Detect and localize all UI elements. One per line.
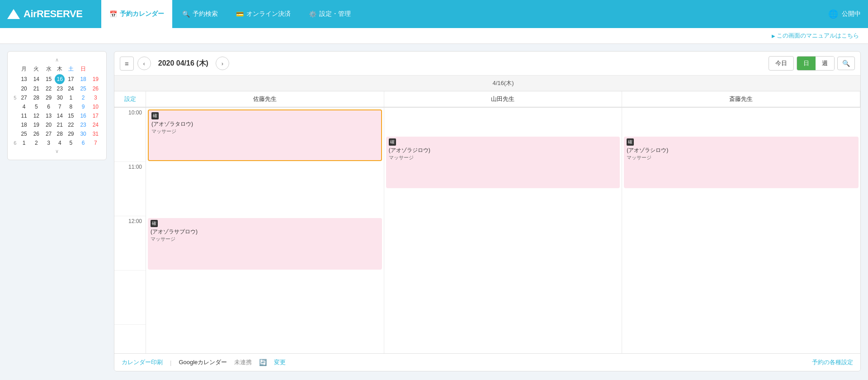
change-link[interactable]: 変更 xyxy=(274,358,286,366)
mini-cal-day[interactable]: 24 xyxy=(90,120,102,129)
logo: AirRESERVE xyxy=(7,8,98,20)
nav-tab-settings[interactable]: ⚙️ 設定・管理 xyxy=(301,0,359,28)
main-layout: ∧ 月 火 水 木 土 日 13141516171819202122232425… xyxy=(0,44,868,379)
mini-cal-day[interactable]: 1 xyxy=(18,138,30,147)
print-link[interactable]: カレンダー印刷 xyxy=(122,358,163,366)
mini-cal-day[interactable]: 27 xyxy=(18,93,30,102)
mini-cal-up-arrow[interactable]: ∧ xyxy=(12,56,102,64)
mini-cal-day[interactable]: 29 xyxy=(65,129,77,138)
mini-cal-day[interactable]: 27 xyxy=(42,129,55,138)
mini-cal-day[interactable]: 1 xyxy=(65,93,77,102)
header-status: 🌐 公開中 xyxy=(828,9,861,19)
mini-cal-day[interactable]: 24 xyxy=(65,84,77,93)
mini-cal-day[interactable]: 26 xyxy=(30,129,42,138)
mini-cal-week-num xyxy=(12,102,18,111)
prev-button[interactable]: ‹ xyxy=(137,57,151,70)
mini-cal-day[interactable]: 15 xyxy=(65,111,77,120)
menu-button[interactable]: ≡ xyxy=(120,57,134,71)
mini-cal-day[interactable]: 28 xyxy=(30,93,42,102)
staff-sato: 佐藤先生 xyxy=(146,91,384,107)
mini-cal-day[interactable]: 2 xyxy=(30,138,42,147)
mini-cal-day[interactable]: 25 xyxy=(18,129,30,138)
confirmed-badge: 確 xyxy=(389,138,396,146)
mini-cal-day[interactable]: 10 xyxy=(90,102,102,111)
mini-cal-day[interactable]: 20 xyxy=(18,84,30,93)
mini-cal-day[interactable]: 14 xyxy=(30,74,42,84)
mini-cal-day[interactable]: 11 xyxy=(18,111,30,120)
mini-cal-day[interactable]: 17 xyxy=(90,111,102,120)
mini-cal-day[interactable]: 5 xyxy=(65,138,77,147)
mini-cal-day[interactable]: 18 xyxy=(18,120,30,129)
publish-status: 公開中 xyxy=(842,10,861,18)
mini-cal-day[interactable]: 18 xyxy=(77,74,89,84)
appointment-aozora-saburo[interactable]: 確 (アオゾラサブロウ) マッサージ xyxy=(148,218,382,270)
nav-tab-search[interactable]: 🔍 予約検索 xyxy=(174,0,226,28)
mini-cal-day[interactable]: 13 xyxy=(42,111,55,120)
mini-cal-day[interactable]: 30 xyxy=(55,93,65,102)
mini-cal-day[interactable]: 16 xyxy=(77,111,89,120)
next-button[interactable]: › xyxy=(216,57,229,70)
mini-cal-day[interactable]: 3 xyxy=(42,138,55,147)
calendar-body: 10:00 11:00 12:00 確 (アオゾラタロウ) マッサージ xyxy=(114,108,860,353)
mini-cal-day[interactable]: 26 xyxy=(90,84,102,93)
date-display: 2020 04/16 (木) xyxy=(158,59,208,68)
today-button[interactable]: 今日 xyxy=(769,56,794,71)
manual-link[interactable]: この画面のマニュアルはこちら xyxy=(772,32,859,39)
mini-cal-day[interactable]: 7 xyxy=(90,138,102,147)
mini-cal-table: 月 火 水 木 土 日 1314151617181920212223242526… xyxy=(12,64,102,147)
mini-cal-sat: 土 xyxy=(65,64,77,74)
mini-cal-day[interactable]: 22 xyxy=(42,84,55,93)
mini-cal-day[interactable]: 23 xyxy=(77,120,89,129)
mini-cal-day[interactable]: 31 xyxy=(90,129,102,138)
mini-cal-day[interactable]: 15 xyxy=(42,74,55,84)
appointment-aozora-jiro[interactable]: 確 (アオゾラジロウ) マッサージ xyxy=(386,137,620,188)
mini-cal-day[interactable]: 22 xyxy=(65,120,77,129)
mini-cal-day[interactable]: 21 xyxy=(55,120,65,129)
mini-cal-thu: 木 xyxy=(55,64,65,74)
mini-cal-down-arrow[interactable]: ∨ xyxy=(12,147,102,155)
mini-cal-day[interactable]: 21 xyxy=(30,84,42,93)
mini-cal-day[interactable]: 6 xyxy=(77,138,89,147)
app-header: AirRESERVE 📅 予約カレンダー 🔍 予約検索 💳 オンライン決済 ⚙️… xyxy=(0,0,868,28)
staff-setting[interactable]: 設定 xyxy=(114,91,146,107)
nav-tab-calendar[interactable]: 📅 予約カレンダー xyxy=(101,0,172,28)
nav-payment-label: オンライン決済 xyxy=(246,10,291,18)
nav-tab-payment[interactable]: 💳 オンライン決済 xyxy=(228,0,299,28)
mini-cal-day[interactable]: 8 xyxy=(65,102,77,111)
mini-cal-day[interactable]: 4 xyxy=(55,138,65,147)
mini-cal-day[interactable]: 6 xyxy=(42,102,55,111)
mini-cal-day[interactable]: 17 xyxy=(65,74,77,84)
mini-cal-day[interactable]: 14 xyxy=(55,111,65,120)
mini-cal-day[interactable]: 29 xyxy=(42,93,55,102)
date-header-main: 4/16(木) xyxy=(146,79,860,87)
mini-cal-day[interactable]: 19 xyxy=(90,74,102,84)
mini-cal-day[interactable]: 16 xyxy=(55,74,65,84)
calendar-search-button[interactable]: 🔍 xyxy=(837,57,855,70)
day-view-button[interactable]: 日 xyxy=(797,57,816,70)
nav-settings-label: 設定・管理 xyxy=(319,10,351,18)
week-view-button[interactable]: 週 xyxy=(816,57,834,70)
mini-cal-day[interactable]: 13 xyxy=(18,74,30,84)
time-slot-11: 11:00 xyxy=(114,162,146,216)
mini-cal-day[interactable]: 25 xyxy=(77,84,89,93)
mini-cal-day[interactable]: 28 xyxy=(55,129,65,138)
mini-cal-day[interactable]: 20 xyxy=(42,120,55,129)
mini-cal-day[interactable]: 9 xyxy=(77,102,89,111)
mini-cal-day[interactable]: 7 xyxy=(55,102,65,111)
mini-cal-day[interactable]: 30 xyxy=(77,129,89,138)
mini-cal-day[interactable]: 5 xyxy=(30,102,42,111)
view-toggle: 日 週 xyxy=(797,56,835,71)
appointment-aozora-shiro[interactable]: 確 (アオゾラシロウ) マッサージ xyxy=(624,137,859,188)
mini-cal-day[interactable]: 12 xyxy=(30,111,42,120)
mini-cal-day[interactable]: 19 xyxy=(30,120,42,129)
mini-cal-day[interactable]: 4 xyxy=(18,102,30,111)
mini-cal-day[interactable]: 3 xyxy=(90,93,102,102)
sync-icon: 🔄 xyxy=(259,359,267,366)
apt-settings-link[interactable]: 予約の各種設定 xyxy=(812,358,853,366)
mini-cal-day[interactable]: 2 xyxy=(77,93,89,102)
calendar-panel: ≡ ‹ 2020 04/16 (木) › 今日 日 週 🔍 4/16(木) 設定… xyxy=(114,51,861,371)
appointment-aozora-taro[interactable]: 確 (アオゾラタロウ) マッサージ xyxy=(148,109,382,161)
calendar-footer: カレンダー印刷 | Googleカレンダー 未連携 🔄 変更 予約の各種設定 xyxy=(114,353,860,371)
mini-cal-day[interactable]: 23 xyxy=(55,84,65,93)
apt-name: (アオゾラシロウ) xyxy=(627,147,856,154)
